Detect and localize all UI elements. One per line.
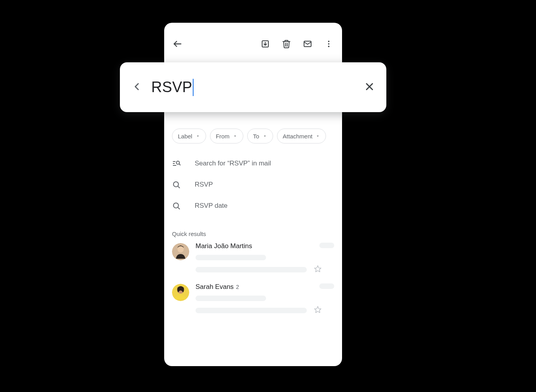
clear-search-button[interactable] xyxy=(364,81,375,94)
svg-line-15 xyxy=(178,186,179,188)
search-in-mail-row[interactable]: Search for “RSVP” in mail xyxy=(172,153,334,174)
result-time-skeleton xyxy=(319,243,334,248)
svg-point-19 xyxy=(177,246,184,252)
suggestion-text: RSVP xyxy=(195,181,213,189)
search-back-button[interactable] xyxy=(131,81,143,94)
svg-point-6 xyxy=(328,41,330,42)
search-query-text: RSVP xyxy=(151,79,192,96)
result-item[interactable]: Maria João Martins xyxy=(172,242,334,274)
chip-label: Label xyxy=(178,133,192,140)
subject-skeleton xyxy=(196,296,266,301)
quick-results-heading: Quick results xyxy=(172,230,206,237)
result-count: 2 xyxy=(236,284,239,290)
suggestion-text: RSVP date xyxy=(195,202,228,210)
svg-line-17 xyxy=(178,207,179,209)
snippet-skeleton xyxy=(196,267,307,272)
search-icon xyxy=(172,201,184,210)
suggestion-row[interactable]: RSVP date xyxy=(172,195,334,216)
search-suggestions: Search for “RSVP” in mail RSVP RSVP date xyxy=(172,153,334,216)
result-name: Maria João Martins xyxy=(196,242,252,250)
more-options-icon[interactable] xyxy=(323,38,334,49)
back-arrow-icon[interactable] xyxy=(172,38,183,49)
filter-chip-from[interactable]: From xyxy=(210,129,243,143)
svg-marker-20 xyxy=(315,266,321,272)
chip-label: From xyxy=(216,133,230,140)
manage-search-icon xyxy=(172,159,184,168)
chevron-down-icon xyxy=(263,134,267,138)
svg-point-8 xyxy=(328,46,330,47)
result-item[interactable]: Sarah Evans 2 xyxy=(172,283,334,315)
delete-icon[interactable] xyxy=(281,38,292,49)
chevron-down-icon xyxy=(315,134,320,138)
filter-chips-row: Label From To Attachment xyxy=(172,129,342,143)
archive-icon[interactable] xyxy=(260,38,271,49)
subject-skeleton xyxy=(196,255,266,260)
message-toolbar xyxy=(164,23,342,65)
star-icon[interactable] xyxy=(314,265,322,274)
svg-point-7 xyxy=(328,43,330,45)
result-name: Sarah Evans xyxy=(196,283,234,291)
result-body: Maria João Martins xyxy=(196,242,334,274)
chip-label: Attachment xyxy=(283,133,313,140)
result-body: Sarah Evans 2 xyxy=(196,283,334,315)
avatar xyxy=(172,243,189,260)
chevron-down-icon xyxy=(196,134,200,138)
suggestion-row[interactable]: RSVP xyxy=(172,174,334,195)
chevron-down-icon xyxy=(233,134,237,138)
filter-chip-label[interactable]: Label xyxy=(172,129,206,143)
filter-chip-attachment[interactable]: Attachment xyxy=(277,129,326,143)
search-bar: RSVP xyxy=(120,62,386,112)
snippet-skeleton xyxy=(196,308,307,313)
suggestion-text: Search for “RSVP” in mail xyxy=(195,160,271,167)
text-cursor xyxy=(193,79,194,96)
star-icon[interactable] xyxy=(314,306,322,315)
avatar xyxy=(172,284,189,301)
quick-results-list: Maria João Martins Sarah Evans 2 xyxy=(172,242,334,324)
filter-chip-to[interactable]: To xyxy=(247,129,273,143)
chip-label: To xyxy=(253,133,259,140)
result-time-skeleton xyxy=(319,283,334,289)
svg-line-13 xyxy=(179,164,180,165)
search-icon xyxy=(172,180,184,189)
search-input[interactable]: RSVP xyxy=(151,79,364,96)
mark-unread-icon[interactable] xyxy=(302,38,313,49)
svg-marker-23 xyxy=(315,307,321,313)
